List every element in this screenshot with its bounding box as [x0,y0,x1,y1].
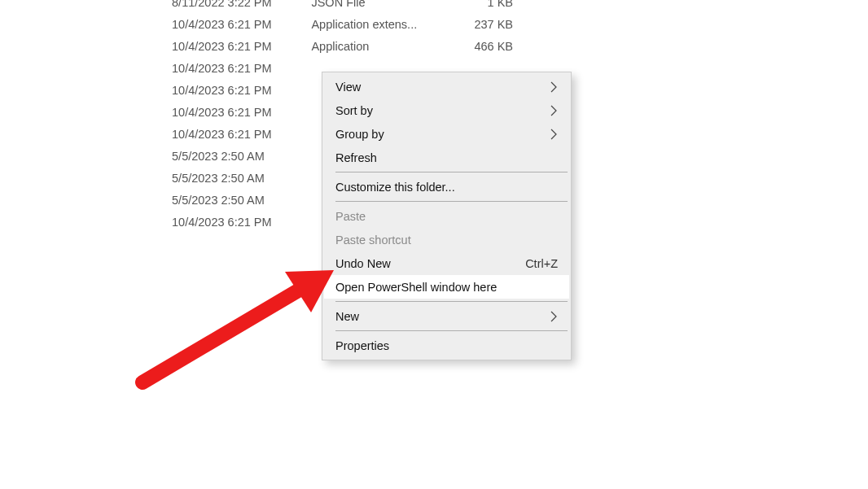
file-name: g.en.apk [0,146,172,168]
menu-label: Properties [335,339,558,352]
menu-item-customize-folder[interactable]: Customize this folder... [324,175,569,199]
file-date: 10/4/2023 6:21 PM [172,80,311,102]
menu-item-view[interactable]: View [324,75,569,98]
annotation-arrow-icon [122,260,342,399]
chevron-right-icon [550,128,558,141]
file-name: perties [0,124,172,146]
file-date: 5/5/2023 2:50 AM [172,146,311,168]
chevron-right-icon [550,81,558,94]
menu-label: Paste shortcut [335,234,558,247]
file-date: 8/11/2022 3:22 PM [172,0,311,14]
file-date: 10/4/2023 6:21 PM [172,212,311,234]
menu-label: Refresh [335,151,558,164]
menu-label: Open PowerShell window here [335,281,558,294]
file-name: e [0,212,172,234]
menu-separator [335,301,568,302]
menu-item-refresh[interactable]: Refresh [324,146,569,169]
menu-item-open-powershell[interactable]: Open PowerShell window here [324,275,569,299]
context-menu: View Sort by Group by Refresh Customize … [322,72,572,360]
menu-separator [335,330,568,331]
menu-label: View [335,81,543,94]
table-row[interactable]: ead-1.dll 10/4/2023 6:21 PM Application … [0,14,513,36]
menu-item-paste: Paste [324,204,569,228]
menu-shortcut: Ctrl+Z [525,257,558,270]
menu-item-group-by[interactable]: Group by [324,122,569,146]
file-name [0,0,172,14]
file-name: ead-1.dll [0,14,172,36]
menu-label: Sort by [335,104,543,117]
menu-item-new[interactable]: New [324,304,569,328]
file-date: 10/4/2023 6:21 PM [172,14,311,36]
menu-label: New [335,310,543,323]
file-name: .exe [0,36,172,58]
file-date: 10/4/2023 6:21 PM [172,102,311,124]
table-row[interactable]: 8/11/2022 3:22 PM JSON File 1 KB [0,0,513,14]
menu-separator [335,201,568,202]
file-name: e [0,102,172,124]
menu-item-sort-by[interactable]: Sort by [324,98,569,122]
file-type: Application [311,36,450,58]
menu-label: Customize this folder... [335,181,558,194]
menu-separator [335,172,568,172]
chevron-right-icon [550,104,558,117]
file-name: g.x86.apk [0,168,172,190]
file-size: 466 KB [451,36,513,58]
menu-item-undo-new[interactable]: Undo New Ctrl+Z [324,251,569,275]
file-date: 5/5/2023 2:50 AM [172,168,311,190]
file-type: JSON File [311,0,450,14]
file-date: 10/4/2023 6:21 PM [172,36,311,58]
file-name: g.xhdpi.apk [0,190,172,212]
chevron-right-icon [550,310,558,323]
file-date: 10/4/2023 6:21 PM [172,58,311,80]
file-size: 1 KB [451,0,513,14]
menu-item-paste-shortcut: Paste shortcut [324,228,569,251]
table-row[interactable]: .exe 10/4/2023 6:21 PM Application 466 K… [0,36,513,58]
svg-line-0 [142,290,300,382]
file-size: 237 KB [451,14,513,36]
file-name: nf [0,80,172,102]
menu-label: Group by [335,128,543,141]
menu-label: Paste [335,210,558,223]
file-type: Application extens... [311,14,450,36]
menu-label: Undo New [335,257,519,270]
menu-item-properties[interactable]: Properties [324,334,569,357]
file-date: 10/4/2023 6:21 PM [172,124,311,146]
file-date: 5/5/2023 2:50 AM [172,190,311,212]
file-name: _casefold.exe [0,58,172,80]
